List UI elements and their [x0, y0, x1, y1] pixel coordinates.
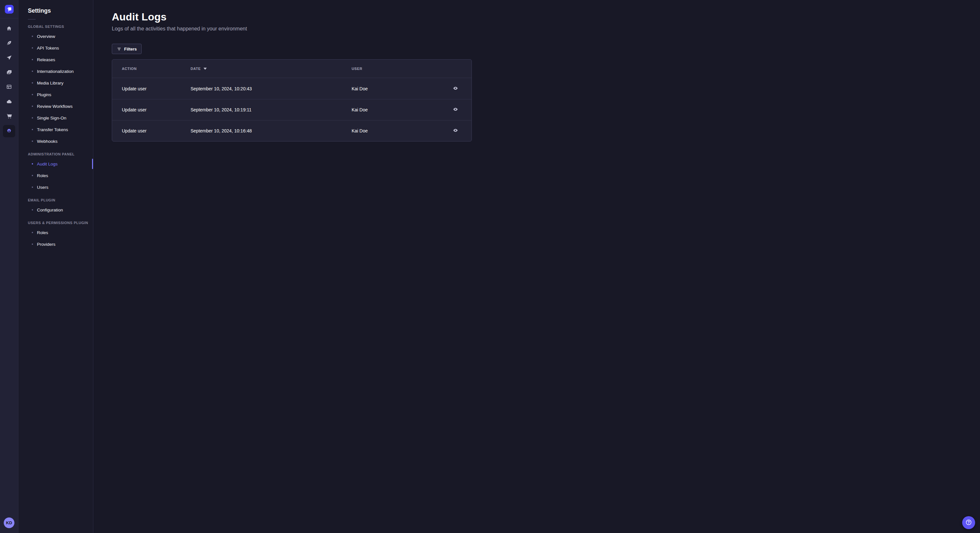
sidebar-item-label: Audit Logs: [37, 162, 58, 167]
images-icon: [6, 69, 12, 75]
sidebar-item-plugins[interactable]: Plugins: [19, 89, 93, 100]
bullet-icon: [32, 232, 33, 233]
layout-icon: [6, 84, 12, 90]
bullet-icon: [32, 209, 33, 211]
settings-sidebar: Settings GLOBAL SETTINGS Overview API To…: [19, 0, 93, 266]
section-label: ADMINISTRATION PANEL: [19, 152, 93, 156]
section-email-plugin: EMAIL PLUGIN Configuration: [19, 198, 93, 216]
active-indicator: [92, 159, 93, 169]
section-label: EMAIL PLUGIN: [19, 198, 93, 202]
view-log-button[interactable]: [451, 84, 460, 93]
paper-plane-icon: [6, 55, 12, 60]
sidebar-item-label: Transfer Tokens: [37, 127, 68, 132]
column-header-date-label: DATE: [191, 67, 201, 71]
rail-item-marketplace[interactable]: [3, 110, 14, 121]
sidebar-item-label: Releases: [37, 57, 55, 62]
sidebar-item-providers[interactable]: Providers: [19, 238, 93, 250]
rail-item-settings[interactable]: [3, 125, 15, 137]
sidebar-item-label: Internationalization: [37, 69, 73, 74]
sidebar-item-roles[interactable]: Roles: [19, 170, 93, 181]
section-global-settings: GLOBAL SETTINGS Overview API Tokens Rele…: [19, 25, 93, 147]
view-log-button[interactable]: [451, 105, 460, 114]
rail-item-content[interactable]: [3, 38, 14, 49]
rail-item-media-library[interactable]: [3, 67, 14, 78]
page-title: Audit Logs: [112, 11, 490, 23]
bullet-icon: [32, 82, 33, 84]
section-label: USERS & PERMISSIONS PLUGIN: [19, 221, 93, 225]
rail-item-releases[interactable]: [3, 52, 14, 63]
sidebar-item-label: Media Library: [37, 81, 64, 86]
filter-icon: [117, 47, 121, 51]
cart-icon: [6, 113, 12, 119]
bullet-icon: [32, 187, 33, 188]
bullet-icon: [32, 71, 33, 72]
feather-icon: [6, 40, 12, 46]
gear-icon: [6, 128, 12, 134]
bullet-icon: [32, 163, 33, 165]
rail-item-home[interactable]: [3, 23, 14, 34]
bullet-icon: [32, 106, 33, 107]
sidebar-item-label: Plugins: [37, 92, 51, 97]
bullet-icon: [32, 175, 33, 176]
main-nav-rail: KD: [0, 0, 19, 266]
main-content: Audit Logs Logs of all the activities th…: [93, 0, 490, 266]
cell-date: September 10, 2024, 10:16:48: [191, 128, 352, 133]
filters-button[interactable]: Filters: [112, 44, 142, 54]
home-icon: [6, 25, 12, 32]
section-administration-panel: ADMINISTRATION PANEL Audit Logs Roles Us…: [19, 152, 93, 193]
section-users-permissions-plugin: USERS & PERMISSIONS PLUGIN Roles Provide…: [19, 221, 93, 250]
sidebar-item-review-workflows[interactable]: Review Workflows: [19, 100, 93, 112]
cell-action: Update user: [122, 128, 191, 133]
bullet-icon: [32, 129, 33, 130]
sidebar-item-label: Configuration: [37, 208, 63, 213]
sidebar-item-label: Review Workflows: [37, 104, 73, 109]
bullet-icon: [32, 141, 33, 142]
sidebar-item-releases[interactable]: Releases: [19, 54, 93, 65]
divider: [28, 19, 36, 19]
table-row[interactable]: Update user September 10, 2024, 10:20:43…: [112, 78, 471, 99]
filters-button-label: Filters: [124, 47, 137, 51]
cell-date: September 10, 2024, 10:20:43: [191, 86, 352, 91]
view-log-button[interactable]: [451, 126, 460, 135]
sidebar-item-transfer-tokens[interactable]: Transfer Tokens: [19, 124, 93, 135]
section-label: GLOBAL SETTINGS: [19, 25, 93, 29]
table-header-row: ACTION DATE USER: [112, 60, 471, 78]
bullet-icon: [32, 59, 33, 60]
sidebar-item-configuration[interactable]: Configuration: [19, 204, 93, 216]
cloud-icon: [6, 98, 12, 105]
sidebar-item-label: Roles: [37, 230, 48, 235]
sidebar-item-users[interactable]: Users: [19, 181, 93, 193]
logo-area: [0, 0, 18, 19]
sidebar-item-webhooks[interactable]: Webhooks: [19, 135, 93, 147]
cell-date: September 10, 2024, 10:19:11: [191, 107, 352, 113]
sidebar-item-label: Webhooks: [37, 139, 58, 144]
cell-action: Update user: [122, 107, 191, 113]
sidebar-item-up-roles[interactable]: Roles: [19, 227, 93, 238]
sidebar-item-label: Providers: [37, 242, 56, 247]
sidebar-item-single-sign-on[interactable]: Single Sign-On: [19, 112, 93, 124]
sidebar-item-overview[interactable]: Overview: [19, 30, 93, 42]
rail-item-cloud[interactable]: [3, 96, 14, 107]
rail-item-content-type-builder[interactable]: [3, 81, 14, 92]
sidebar-item-internationalization[interactable]: Internationalization: [19, 65, 93, 77]
bullet-icon: [32, 244, 33, 245]
column-header-date[interactable]: DATE: [191, 67, 352, 71]
page-subtitle: Logs of all the activities that happened…: [112, 26, 490, 32]
settings-title: Settings: [28, 8, 93, 14]
eye-icon: [453, 128, 458, 134]
table-row[interactable]: Update user September 10, 2024, 10:16:48…: [112, 120, 471, 141]
cell-user: Kai Doe: [352, 128, 449, 133]
sidebar-item-label: API Tokens: [37, 46, 59, 51]
sort-desc-icon: [204, 67, 207, 70]
sidebar-item-api-tokens[interactable]: API Tokens: [19, 42, 93, 54]
column-header-user: USER: [352, 67, 449, 71]
sidebar-item-audit-logs[interactable]: Audit Logs: [19, 158, 93, 170]
table-row[interactable]: Update user September 10, 2024, 10:19:11…: [112, 99, 471, 120]
bullet-icon: [32, 94, 33, 95]
rail-icon-list: [3, 23, 15, 137]
sidebar-item-media-library[interactable]: Media Library: [19, 77, 93, 89]
cell-user: Kai Doe: [352, 107, 449, 113]
sidebar-item-label: Users: [37, 185, 48, 190]
column-header-action: ACTION: [122, 67, 191, 71]
strapi-logo[interactable]: [5, 5, 14, 14]
